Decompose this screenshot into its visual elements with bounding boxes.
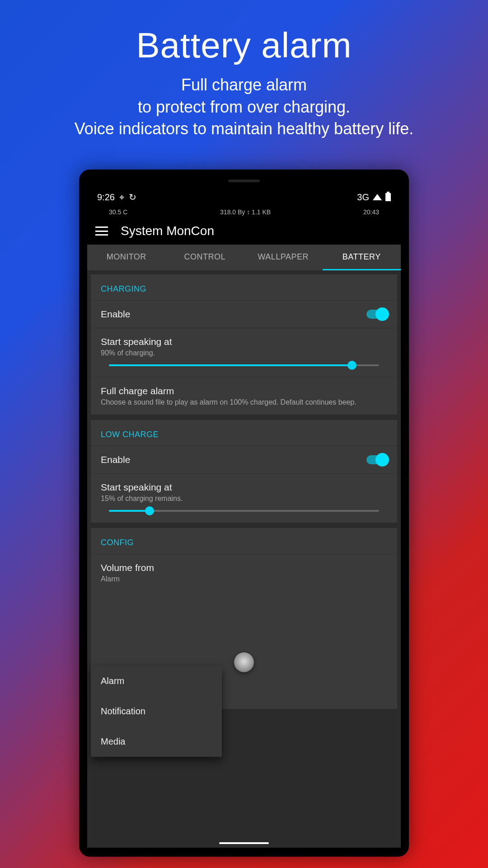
charging-slider[interactable] — [91, 360, 397, 377]
info-bar: 30.5 C 318.0 By ↕ 1.1 KB 20:43 — [87, 207, 401, 217]
low-speak-row[interactable]: Start speaking at 15% of charging remain… — [91, 473, 397, 505]
low-charge-section: LOW CHARGE Enable Start speaking at 15% … — [91, 420, 397, 523]
promo-subtitle: Full charge alarm to protect from over c… — [0, 74, 488, 140]
app-title: System MonCon — [121, 224, 214, 238]
charging-enable-toggle[interactable] — [366, 310, 387, 319]
temperature: 30.5 C — [109, 208, 127, 216]
section-header-config: CONFIG — [91, 528, 397, 554]
low-slider[interactable] — [91, 505, 397, 523]
status-time: 9:26 — [97, 192, 115, 203]
row-subtitle: 90% of charging. — [101, 349, 387, 357]
charging-speak-row[interactable]: Start speaking at 90% of charging. — [91, 328, 397, 360]
tab-battery[interactable]: BATTERY — [323, 245, 401, 270]
tab-bar: MONITOR CONTROL WALLPAPER BATTERY — [87, 245, 401, 271]
tab-monitor[interactable]: MONITOR — [87, 245, 166, 270]
row-title: Enable — [101, 309, 387, 320]
network-label: 3G — [357, 192, 369, 203]
app-bar: System MonCon — [87, 217, 401, 245]
low-enable-toggle[interactable] — [366, 455, 387, 464]
volume-from-row[interactable]: Volume from Alarm — [91, 554, 397, 591]
low-enable-row[interactable]: Enable — [91, 446, 397, 473]
phone-screen: 9:26 ⌖ ↻ 3G 30.5 C 318.0 By ↕ 1.1 KB 20:… — [87, 188, 401, 848]
row-subtitle: Choose a sound file to play as alarm on … — [101, 398, 387, 406]
charging-section: CHARGING Enable Start speaking at 90% of… — [91, 274, 397, 415]
promo-title: Battery alarm — [0, 0, 488, 66]
menu-icon[interactable] — [95, 226, 108, 236]
tab-wallpaper[interactable]: WALLPAPER — [244, 245, 323, 270]
charging-enable-row[interactable]: Enable — [91, 300, 397, 328]
signal-icon — [373, 194, 382, 200]
dropdown-item-alarm[interactable]: Alarm — [91, 666, 222, 696]
slider-thumb[interactable] — [145, 506, 154, 515]
dropdown-item-notification[interactable]: Notification — [91, 696, 222, 726]
row-title: Full charge alarm — [101, 386, 387, 396]
section-header-charging: CHARGING — [91, 274, 397, 300]
status-bar: 9:26 ⌖ ↻ 3G — [87, 188, 401, 207]
row-subtitle: 15% of charging remains. — [101, 495, 387, 503]
row-title: Volume from — [101, 562, 387, 573]
status-icon: ⌖ — [119, 192, 124, 203]
row-subtitle: Alarm — [101, 575, 387, 583]
row-title: Enable — [101, 454, 387, 465]
fab-button[interactable] — [234, 652, 254, 672]
row-title: Start speaking at — [101, 482, 387, 493]
dropdown-item-media[interactable]: Media — [91, 726, 222, 757]
volume-source-dropdown: Alarm Notification Media — [91, 666, 222, 757]
section-header-low: LOW CHARGE — [91, 420, 397, 446]
row-title: Start speaking at — [101, 336, 387, 347]
clock: 20:43 — [363, 208, 379, 216]
home-indicator[interactable] — [219, 842, 269, 844]
phone-frame: 9:26 ⌖ ↻ 3G 30.5 C 318.0 By ↕ 1.1 KB 20:… — [79, 170, 409, 857]
full-charge-alarm-row[interactable]: Full charge alarm Choose a sound file to… — [91, 377, 397, 415]
status-icon: ↻ — [129, 192, 136, 203]
battery-icon — [385, 193, 391, 201]
slider-thumb[interactable] — [347, 361, 357, 370]
data-rate: 318.0 By ↕ 1.1 KB — [220, 208, 271, 216]
tab-control[interactable]: CONTROL — [166, 245, 244, 270]
